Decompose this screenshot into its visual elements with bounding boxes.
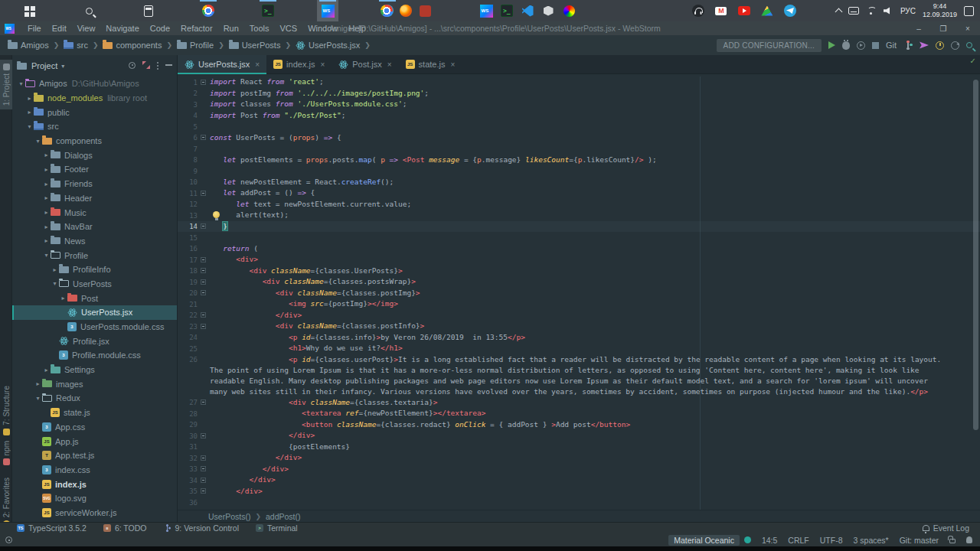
taskbar-gmail-button[interactable] (713, 1, 730, 21)
taskbar-start-button[interactable] (18, 0, 40, 21)
caret-position-widget[interactable]: 14:5 (762, 536, 777, 545)
tree-row[interactable]: ▸Header (12, 191, 177, 206)
tree-row[interactable]: JSstate.js (12, 406, 177, 420)
toolwindow-branch-button[interactable]: 9: Version Control (164, 523, 239, 533)
menu-edit[interactable]: Edit (47, 24, 72, 33)
fold-marker-icon[interactable] (201, 191, 206, 196)
taskbar-chrome-button[interactable] (198, 0, 219, 21)
tree-row[interactable]: ▾components (12, 134, 177, 148)
fold-marker-icon[interactable] (201, 488, 206, 494)
taskbar-firefox-button[interactable] (397, 1, 414, 21)
taskbar-webstorm-button[interactable] (317, 0, 338, 21)
fold-marker-icon[interactable] (201, 257, 206, 262)
code-line[interactable]: 28 <textarea ref={newPostElement}></text… (178, 408, 980, 419)
event-log-button[interactable]: Event Log (923, 523, 969, 533)
stop-button[interactable] (872, 42, 879, 49)
collapse-all-icon[interactable] (142, 61, 150, 69)
code-line[interactable]: 15 (178, 232, 980, 243)
menu-run[interactable]: Run (218, 24, 244, 33)
fold-marker-icon[interactable] (201, 80, 206, 85)
tab-index-js[interactable]: JSindex.js× (266, 55, 332, 73)
code-line[interactable]: 23 <div className={classes.postInfo}> (178, 321, 980, 332)
fold-marker-icon[interactable] (201, 290, 206, 295)
add-configuration-button[interactable]: ADD CONFIGURATION... (717, 39, 822, 52)
chevron-up-icon[interactable] (835, 8, 842, 16)
run-button[interactable] (828, 41, 835, 49)
code-line[interactable]: 30 </div> (178, 430, 980, 442)
tree-row[interactable]: Profile.jsx (12, 334, 177, 348)
code-line[interactable]: 19 <div className={classes.postsWrap}> (178, 276, 980, 288)
indent-widget[interactable]: 3 spaces* (854, 536, 889, 545)
volume-icon[interactable] (884, 7, 893, 15)
taskbar-youtube-button[interactable] (736, 1, 753, 21)
code-line[interactable]: 33 </div> (178, 464, 980, 475)
tree-row[interactable]: ▸Post (12, 291, 177, 305)
tree-row[interactable]: ▸Friends (12, 177, 177, 191)
fold-marker-icon[interactable] (201, 312, 206, 318)
close-button[interactable]: × (956, 21, 980, 35)
fold-marker-icon[interactable] (201, 478, 206, 483)
stripe-npm[interactable]: npm (0, 438, 12, 468)
fold-marker-icon[interactable] (201, 455, 206, 461)
inspections-ok-icon[interactable]: ✓ (970, 57, 976, 65)
background-tasks-icon[interactable] (5, 536, 12, 543)
tab-UserPosts-jsx[interactable]: UserPosts.jsx× (178, 55, 266, 73)
maximize-button[interactable]: ❐ (931, 21, 956, 35)
code-line[interactable]: 11 let addPost = () => { (178, 187, 980, 199)
theme-widget[interactable]: Material Oceanic (668, 535, 740, 546)
taskbar-rainbow-button[interactable] (560, 1, 577, 21)
fold-marker-icon[interactable] (201, 399, 206, 405)
run-with-coverage-button[interactable] (857, 41, 865, 50)
taskbar-chrome-button[interactable] (378, 1, 395, 21)
breadcrumb-item[interactable]: Amigos (8, 41, 49, 50)
code-line[interactable]: 8 let postElements = props.posts.map( p … (178, 155, 980, 166)
code-line[interactable]: 31 {postElements} (178, 442, 980, 453)
editor-breadcrumb-item[interactable]: addPost() (266, 512, 301, 521)
code-line[interactable]: 1import React from 'react'; (178, 77, 980, 88)
taskbar-vscode-button[interactable] (519, 1, 536, 21)
code-editor[interactable]: 1import React from 'react';2import postI… (178, 77, 980, 510)
breadcrumb-item[interactable]: Profile (177, 41, 214, 50)
menu-tools[interactable]: Tools (244, 24, 275, 33)
fold-marker-icon[interactable] (201, 279, 206, 285)
tab-close-icon[interactable]: × (255, 60, 260, 69)
taskbar-box-button[interactable] (540, 1, 557, 21)
tree-row[interactable]: ▸ProfileInfo (12, 262, 177, 277)
search-everywhere-icon[interactable] (966, 42, 972, 48)
breadcrumb-item[interactable]: src (64, 41, 88, 50)
toolwindow-ts-button[interactable]: TSTypeScript 3.5.2 (17, 523, 87, 533)
taskbar-psiphon-button[interactable] (416, 1, 433, 21)
code-line[interactable]: 17 <div> (178, 254, 980, 266)
code-line[interactable]: 22 </div> (178, 310, 980, 321)
breadcrumb-item[interactable]: UserPosts.jsx (296, 41, 360, 51)
code-line[interactable]: 10 let newPostElement = React.createRef(… (178, 177, 980, 188)
tree-row[interactable]: ▾AmigosD:\GitHub\Amigos (12, 77, 177, 91)
taskbar-terminal-button[interactable] (257, 0, 279, 21)
tree-row[interactable]: UserPosts.jsx (12, 305, 177, 320)
tree-row[interactable]: 3Profile.module.css (12, 348, 177, 363)
tree-row[interactable]: ▸Music (12, 205, 177, 220)
tree-row[interactable]: ▸node_moduleslibrary root (12, 91, 177, 106)
code-line[interactable]: 13 alert(text); (178, 210, 980, 221)
fold-marker-icon[interactable] (201, 223, 206, 229)
code-line[interactable]: 3import classes from './UserPosts.module… (178, 99, 980, 110)
code-line[interactable]: 29 <button className={classes.redact} on… (178, 419, 980, 431)
code-line[interactable]: 6const UserPosts = (props) => { (178, 132, 980, 144)
line-separator-widget[interactable]: CRLF (788, 536, 808, 545)
code-line[interactable]: 27 <div className={classes.textaria}> (178, 397, 980, 409)
wifi-icon[interactable] (866, 7, 877, 15)
editor-breadcrumb-item[interactable]: UserPosts() (208, 512, 250, 521)
menu-code[interactable]: Code (145, 24, 175, 33)
taskbar-webstorm-button[interactable] (478, 1, 495, 21)
menu-view[interactable]: View (72, 24, 101, 33)
code-line[interactable]: 36 (178, 497, 980, 508)
fold-marker-icon[interactable] (201, 268, 206, 273)
tree-row[interactable]: 3UserPosts.module.css (12, 320, 177, 334)
code-line[interactable]: 18 <div className={classes.UserPosts}> (178, 266, 980, 277)
toolwindow-terminal-button[interactable]: >Terminal (256, 523, 298, 533)
keyboard-icon[interactable] (848, 7, 859, 15)
taskbar-headphones-button[interactable] (690, 1, 707, 21)
taskbar-telegram-button[interactable] (782, 1, 799, 21)
tree-row[interactable]: JSApp.js (12, 434, 177, 448)
panel-options-icon[interactable] (157, 62, 158, 64)
